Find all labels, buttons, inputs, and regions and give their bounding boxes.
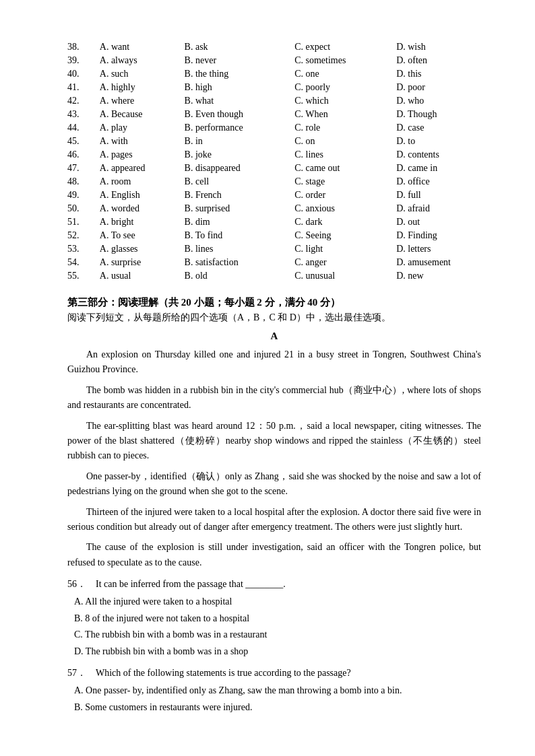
mc-opt-d: D. who xyxy=(396,94,481,108)
mc-row: 50. A. worded B. surprised C. anxious D.… xyxy=(67,202,481,215)
mc-num: 41. xyxy=(67,81,100,94)
mc-row: 47. A. appeared B. disappeared C. came o… xyxy=(67,162,481,175)
mc-opt-a: A. with xyxy=(100,135,185,148)
mc-num: 51. xyxy=(67,215,100,229)
mc-opt-b: B. dim xyxy=(185,215,295,229)
mc-opt-b: B. ask xyxy=(185,40,295,54)
question-option: B. Some customers in restaurants were in… xyxy=(74,700,481,715)
mc-opt-a: A. play xyxy=(100,121,185,135)
mc-opt-c: C. dark xyxy=(294,215,396,229)
mc-opt-c: C. light xyxy=(294,242,396,256)
question-block: 57． Which of the following statements is… xyxy=(67,666,481,715)
mc-opt-b: B. French xyxy=(185,188,295,202)
mc-answer-table: 38. A. want B. ask C. expect D. wish 39.… xyxy=(67,40,481,283)
mc-row: 43. A. Because B. Even though C. When D.… xyxy=(67,108,481,121)
mc-opt-d: D. office xyxy=(396,175,481,188)
mc-opt-b: B. never xyxy=(185,54,295,67)
section3-header: 第三部分：阅读理解（共 20 小题；每小题 2 分，满分 40 分） xyxy=(67,296,481,309)
mc-num: 44. xyxy=(67,121,100,135)
mc-opt-c: C. anger xyxy=(294,256,396,269)
mc-opt-d: D. came in xyxy=(396,162,481,175)
mc-opt-c: C. lines xyxy=(294,148,396,162)
mc-opt-d: D. wish xyxy=(396,40,481,54)
mc-opt-a: A. English xyxy=(100,188,185,202)
mc-row: 46. A. pages B. joke C. lines D. content… xyxy=(67,148,481,162)
mc-opt-d: D. new xyxy=(396,269,481,283)
passage-a-title: A xyxy=(67,331,481,342)
mc-row: 54. A. surprise B. satisfaction C. anger… xyxy=(67,256,481,269)
mc-opt-a: A. worded xyxy=(100,202,185,215)
mc-opt-d: D. this xyxy=(396,67,481,81)
mc-row: 38. A. want B. ask C. expect D. wish xyxy=(67,40,481,54)
mc-opt-d: D. to xyxy=(396,135,481,148)
mc-row: 44. A. play B. performance C. role D. ca… xyxy=(67,121,481,135)
mc-opt-b: B. To find xyxy=(185,229,295,242)
mc-opt-b: B. what xyxy=(185,94,295,108)
mc-num: 54. xyxy=(67,256,100,269)
mc-opt-c: C. sometimes xyxy=(294,54,396,67)
mc-opt-a: A. always xyxy=(100,54,185,67)
mc-opt-c: C. order xyxy=(294,188,396,202)
question-option: C. The rubbish bin with a bomb was in a … xyxy=(74,627,481,642)
mc-opt-a: A. such xyxy=(100,67,185,81)
mc-opt-a: A. highly xyxy=(100,81,185,94)
mc-opt-b: B. satisfaction xyxy=(185,256,295,269)
mc-num: 53. xyxy=(67,242,100,256)
mc-row: 39. A. always B. never C. sometimes D. o… xyxy=(67,54,481,67)
passage-paragraph: Thirteen of the injured were taken to a … xyxy=(67,505,481,535)
section3-instruction: 阅读下列短文，从每题所给的四个选项（A，B，C 和 D）中，选出最佳选项。 xyxy=(67,312,481,324)
mc-row: 51. A. bright B. dim C. dark D. out xyxy=(67,215,481,229)
mc-opt-b: B. performance xyxy=(185,121,295,135)
mc-opt-b: B. the thing xyxy=(185,67,295,81)
mc-opt-a: A. bright xyxy=(100,215,185,229)
question-option: A. One passer- by, indentified only as Z… xyxy=(74,683,481,698)
mc-opt-c: C. unusual xyxy=(294,269,396,283)
mc-row: 52. A. To see B. To find C. Seeing D. Fi… xyxy=(67,229,481,242)
question-block: 56． It can be inferred from the passage … xyxy=(67,577,481,659)
mc-opt-a: A. surprise xyxy=(100,256,185,269)
mc-num: 48. xyxy=(67,175,100,188)
mc-opt-a: A. pages xyxy=(100,148,185,162)
mc-num: 47. xyxy=(67,162,100,175)
mc-opt-a: A. Because xyxy=(100,108,185,121)
question-option: A. All the injured were taken to a hospi… xyxy=(74,594,481,609)
question-option: B. 8 of the injured were not taken to a … xyxy=(74,611,481,626)
mc-row: 49. A. English B. French C. order D. ful… xyxy=(67,188,481,202)
mc-opt-b: B. surprised xyxy=(185,202,295,215)
mc-opt-a: A. To see xyxy=(100,229,185,242)
question-stem: 57． Which of the following statements is… xyxy=(67,666,481,681)
mc-opt-d: D. Though xyxy=(396,108,481,121)
mc-opt-c: C. one xyxy=(294,67,396,81)
mc-opt-c: C. stage xyxy=(294,175,396,188)
mc-opt-d: D. poor xyxy=(396,81,481,94)
mc-num: 55. xyxy=(67,269,100,283)
mc-opt-d: D. out xyxy=(396,215,481,229)
mc-opt-d: D. often xyxy=(396,54,481,67)
mc-opt-c: C. role xyxy=(294,121,396,135)
mc-opt-a: A. where xyxy=(100,94,185,108)
question-option: D. The rubbish bin with a bomb was in a … xyxy=(74,644,481,659)
mc-opt-c: C. anxious xyxy=(294,202,396,215)
mc-opt-c: C. expect xyxy=(294,40,396,54)
mc-opt-d: D. Finding xyxy=(396,229,481,242)
mc-opt-d: D. contents xyxy=(396,148,481,162)
mc-opt-c: C. When xyxy=(294,108,396,121)
mc-opt-c: C. Seeing xyxy=(294,229,396,242)
mc-opt-d: D. letters xyxy=(396,242,481,256)
mc-opt-d: D. afraid xyxy=(396,202,481,215)
mc-opt-d: D. case xyxy=(396,121,481,135)
mc-num: 39. xyxy=(67,54,100,67)
mc-opt-d: D. full xyxy=(396,188,481,202)
passage-paragraph: The cause of the explosion is still unde… xyxy=(67,540,481,570)
mc-opt-a: A. appeared xyxy=(100,162,185,175)
mc-opt-b: B. cell xyxy=(185,175,295,188)
mc-opt-b: B. joke xyxy=(185,148,295,162)
mc-row: 53. A. glasses B. lines C. light D. lett… xyxy=(67,242,481,256)
mc-opt-b: B. disappeared xyxy=(185,162,295,175)
mc-opt-b: B. lines xyxy=(185,242,295,256)
mc-opt-b: B. high xyxy=(185,81,295,94)
mc-opt-c: C. poorly xyxy=(294,81,396,94)
mc-num: 42. xyxy=(67,94,100,108)
mc-row: 40. A. such B. the thing C. one D. this xyxy=(67,67,481,81)
passage-paragraph: The ear-splitting blast was heard around… xyxy=(67,419,481,464)
